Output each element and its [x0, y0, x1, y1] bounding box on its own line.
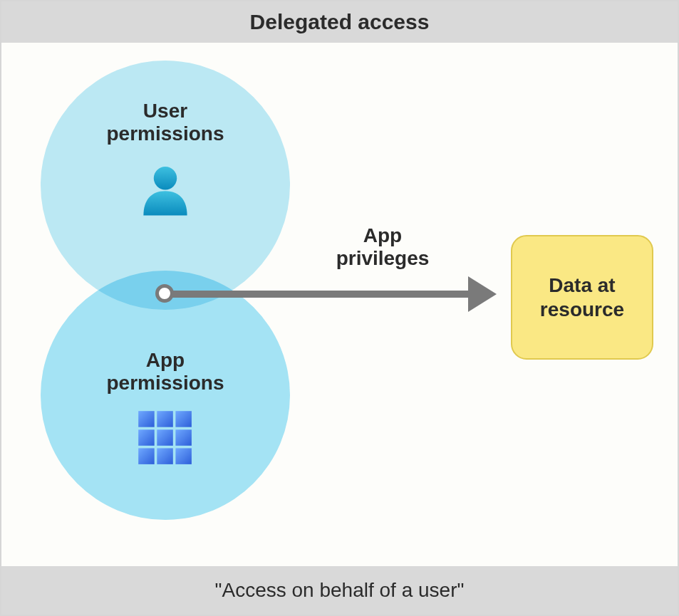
- svg-rect-7: [138, 448, 155, 464]
- svg-rect-6: [175, 429, 192, 446]
- diagram-frame: Delegated access Userpermissions Appperm…: [0, 0, 679, 616]
- svg-rect-2: [157, 411, 173, 427]
- privileges-arrow-shaft: [158, 291, 475, 298]
- diagram-title-bar: Delegated access: [1, 1, 678, 43]
- grid-icon: [41, 406, 290, 473]
- svg-point-0: [154, 167, 177, 189]
- privileges-arrow-origin: [155, 284, 174, 303]
- svg-rect-1: [138, 411, 155, 427]
- svg-rect-3: [175, 411, 192, 427]
- privileges-arrow-label: Appprivileges: [290, 224, 475, 270]
- diagram-subtitle: "Access on behalf of a user": [215, 579, 465, 602]
- svg-rect-9: [175, 448, 192, 464]
- svg-rect-5: [157, 429, 173, 446]
- data-at-resource-box: Data atresource: [511, 235, 653, 360]
- diagram-title: Delegated access: [250, 10, 430, 34]
- diagram-subtitle-bar: "Access on behalf of a user": [1, 566, 678, 615]
- app-permissions-circle: [41, 271, 290, 520]
- diagram-body: Userpermissions Apppermissions: [1, 43, 678, 566]
- user-permissions-label: Userpermissions: [41, 100, 290, 145]
- privileges-arrow-head: [468, 276, 497, 312]
- person-icon: [41, 160, 290, 227]
- svg-rect-8: [157, 448, 173, 464]
- data-at-resource-label: Data atresource: [540, 273, 624, 321]
- svg-rect-4: [138, 429, 155, 446]
- app-permissions-label: Apppermissions: [41, 349, 290, 395]
